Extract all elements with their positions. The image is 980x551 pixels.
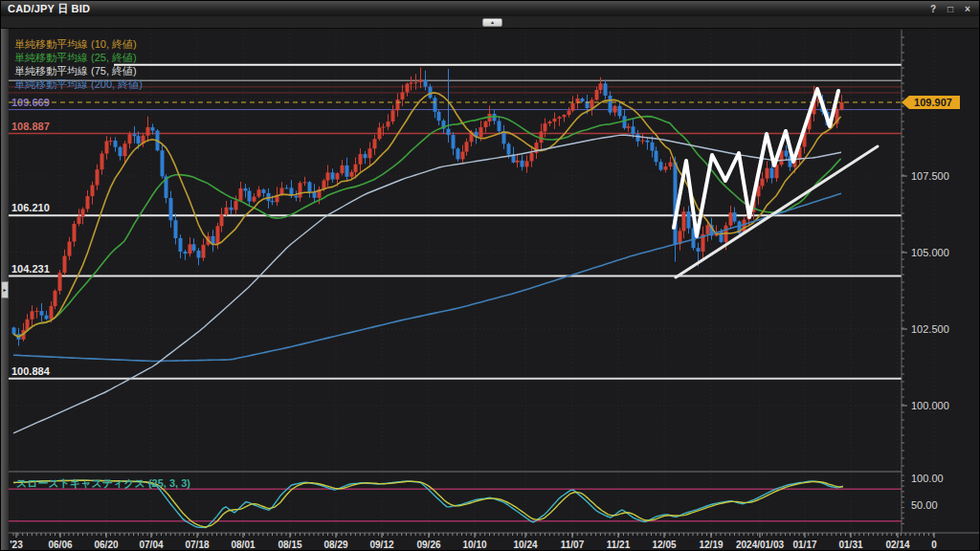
candle-body: [563, 115, 567, 117]
candle-body: [35, 311, 39, 312]
candle-body: [192, 244, 196, 251]
x-axis-label: 10/24: [513, 540, 537, 550]
candle-body: [429, 87, 433, 99]
candle-body: [91, 186, 95, 197]
candle-body: [354, 165, 358, 172]
candle-body: [331, 172, 335, 179]
candle-body: [359, 154, 363, 165]
x-axis-label: 08/29: [323, 540, 347, 550]
candle-body: [78, 217, 81, 224]
candle-body: [609, 96, 612, 113]
legend-item: 単純移動平均線 (75, 終値): [14, 65, 137, 77]
x-axis-label: 06/20: [94, 540, 118, 550]
candle-body: [378, 127, 382, 139]
candle-body: [387, 121, 390, 127]
candle-body: [364, 154, 368, 158]
price-level-label: 106.210: [11, 202, 50, 213]
x-axis-label: 02/14: [885, 540, 909, 550]
x-axis-label: 08/01: [231, 540, 255, 550]
candle-body: [257, 189, 261, 196]
candle-body: [770, 168, 774, 178]
candle-body: [169, 198, 173, 220]
price-level-label: 108.887: [11, 121, 50, 132]
candle-body: [391, 110, 395, 121]
candle-body: [465, 142, 469, 151]
candle-body: [516, 161, 520, 163]
candle-body: [525, 161, 529, 166]
candle-body: [262, 189, 266, 193]
candle-body: [225, 208, 229, 215]
candle-body: [244, 188, 248, 191]
candle-body: [623, 116, 627, 128]
candle-body: [396, 99, 400, 110]
candle-body: [457, 148, 460, 159]
sidebar-expand-button[interactable]: ▸: [1, 281, 9, 298]
candle-body: [785, 150, 789, 156]
candle-body: [618, 106, 622, 117]
candle-body: [96, 169, 100, 185]
candle-body: [590, 99, 594, 108]
candle-body: [410, 82, 413, 83]
candle-body: [595, 90, 599, 99]
maximize-button[interactable]: □: [943, 3, 958, 15]
toolbar-strip: ▴: [1, 16, 980, 29]
candle-body: [350, 172, 354, 177]
candle-body: [627, 126, 631, 128]
x-axis-label: 11/07: [561, 540, 585, 550]
candle-body: [613, 106, 617, 113]
y-axis-label: 107.500: [911, 170, 949, 182]
candle-body: [368, 148, 372, 158]
candle-body: [697, 248, 701, 252]
candle-body: [452, 135, 456, 148]
candle-body: [109, 141, 113, 142]
candle-body: [530, 153, 534, 162]
candle-body: [664, 166, 668, 169]
stochastic-label: スローストキャスティクス (25, 3, 3): [16, 477, 190, 489]
candle-body: [729, 212, 733, 226]
candle-body: [220, 214, 224, 226]
candle-body: [58, 273, 62, 291]
candle-body: [100, 153, 104, 169]
candle-body: [299, 183, 302, 197]
candle-body: [540, 131, 544, 143]
candle-body: [202, 245, 206, 258]
candle-body: [521, 161, 524, 167]
candle-body: [345, 165, 349, 177]
close-button[interactable]: ×: [960, 3, 975, 15]
candle-body: [434, 98, 437, 111]
candle-body: [81, 209, 85, 216]
window-title: CAD/JPY 日 BID: [1, 2, 90, 16]
x-axis-label: 12/19: [699, 540, 723, 550]
window-titlebar: CAD/JPY 日 BID ? □ ×: [1, 1, 980, 16]
candle-body: [137, 136, 141, 143]
candle-body: [63, 256, 67, 273]
candle-body: [406, 84, 410, 93]
candle-body: [40, 311, 44, 315]
candle-body: [105, 141, 109, 153]
y-axis-label: 105.000: [911, 247, 949, 258]
candle-body: [50, 306, 54, 320]
candle-body: [31, 311, 34, 319]
candle-body: [498, 121, 501, 131]
candle-body: [687, 211, 691, 229]
candlestick-chart[interactable]: 109.669108.887106.210104.231100.884スロースト…: [1, 1, 980, 551]
candle-body: [840, 102, 844, 109]
candle-body: [174, 220, 178, 238]
candle-body: [493, 114, 497, 121]
candle-body: [382, 127, 386, 128]
candle-body: [239, 188, 243, 201]
candle-body: [558, 117, 562, 119]
price-level-label: 104.231: [11, 263, 50, 275]
candle-body: [636, 134, 640, 142]
y-axis-label: 102.500: [911, 323, 949, 335]
candle-body: [271, 201, 275, 202]
candle-body: [604, 83, 608, 96]
collapse-panel-button[interactable]: ▴: [482, 18, 502, 27]
candle-body: [326, 172, 330, 180]
help-button[interactable]: ?: [925, 3, 941, 15]
candle-body: [641, 141, 645, 142]
candle-body: [419, 79, 423, 81]
x-axis-label: 01/31: [838, 540, 862, 550]
candle-body: [646, 141, 650, 143]
candle-body: [123, 143, 127, 156]
